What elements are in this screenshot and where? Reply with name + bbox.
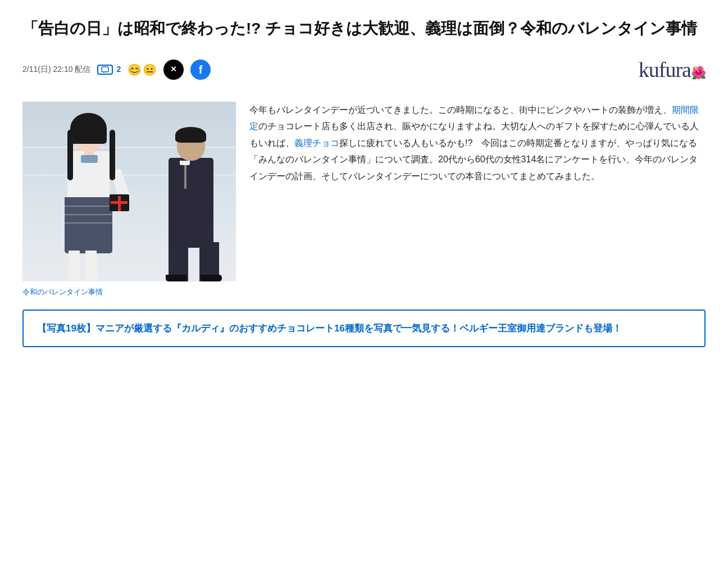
reaction-emojis[interactable]: 😊 😐 xyxy=(128,60,157,79)
share-x-button[interactable]: ✕ xyxy=(163,60,184,80)
comment-number: 2 xyxy=(116,63,121,76)
image-block: 令和のバレンタイン事情 xyxy=(22,102,236,298)
source-logo: kufura🌺 xyxy=(639,52,706,88)
image-caption[interactable]: 令和のバレンタイン事情 xyxy=(22,286,236,298)
share-facebook-button[interactable]: f xyxy=(190,60,211,80)
article-title: 「告白の日」は昭和で終わった!? チョコ好きは大歓迎、義理は面倒？令和のバレンタ… xyxy=(22,17,706,40)
x-icon: ✕ xyxy=(170,63,177,76)
source-name: kufura xyxy=(639,58,691,81)
article-image xyxy=(22,102,236,281)
man-figure xyxy=(163,124,225,281)
facebook-icon: f xyxy=(199,60,203,79)
happy-emoji: 😊 xyxy=(128,60,142,79)
publish-date: 2/11(日) 22:10 配信 xyxy=(22,63,90,76)
meta-row: 2/11(日) 22:10 配信 2 😊 😐 ✕ f kufura🌺 xyxy=(22,52,706,88)
svg-rect-0 xyxy=(102,67,108,72)
logo-flower: 🌺 xyxy=(691,66,706,80)
comment-count-badge[interactable]: 2 xyxy=(97,63,121,76)
neutral-emoji: 😐 xyxy=(143,60,157,79)
link-giri-choco[interactable]: 義理チョコ xyxy=(294,138,339,148)
article-body-text: 今年もバレンタインデーが近づいてきました。この時期になると、街中にピンクやハート… xyxy=(249,102,706,298)
girl-figure xyxy=(56,113,129,281)
content-area: 令和のバレンタイン事情 今年もバレンタインデーが近づいてきました。この時期になる… xyxy=(22,102,706,298)
comment-icon xyxy=(97,65,113,75)
photo-link-anchor[interactable]: 【写真19枚】マニアが厳選する『カルディ』のおすすめチョコレート16種類を写真で… xyxy=(37,323,622,334)
body-text-part1: 今年もバレンタインデーが近づいてきました。この時期になると、街中にピンクやハート… xyxy=(249,105,672,115)
photo-link-banner[interactable]: 【写真19枚】マニアが厳選する『カルディ』のおすすめチョコレート16種類を写真で… xyxy=(22,310,706,347)
